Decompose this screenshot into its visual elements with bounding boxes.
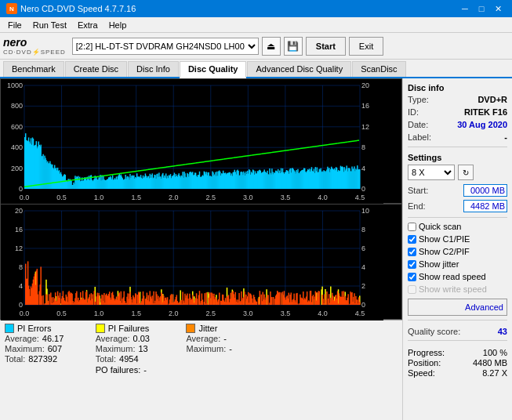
disc-id-row: ID: RITEK F16 — [408, 107, 507, 117]
legend-pi-errors: PI Errors Average: 46.17 Maximum: 607 To… — [5, 324, 91, 364]
jitter-max-value: - — [229, 344, 272, 353]
menu-bar: File Run Test Extra Help — [0, 17, 512, 33]
divider-1 — [408, 147, 507, 147]
jitter-color — [186, 324, 195, 333]
end-mb-label: End: — [408, 201, 426, 211]
nero-logo-sub: CD·DVD⚡SPEED — [3, 49, 66, 56]
exit-button[interactable]: Exit — [349, 37, 383, 56]
quick-scan-row: Quick scan — [408, 222, 507, 231]
position-label: Position: — [408, 358, 441, 368]
disc-type-row: Type: DVD+R — [408, 95, 507, 104]
tab-benchmark[interactable]: Benchmark — [3, 61, 64, 77]
main-content: PI Errors Average: 46.17 Maximum: 607 To… — [0, 78, 512, 420]
show-jitter-checkbox[interactable] — [408, 260, 416, 269]
show-read-speed-row: Show read speed — [408, 272, 507, 281]
pi-failures-total-label: Total: — [96, 354, 116, 364]
tab-advanced-disc-quality[interactable]: Advanced Disc Quality — [247, 61, 351, 77]
pi-errors-avg-label: Average: — [5, 334, 39, 343]
pi-failures-total-value: 4954 — [119, 354, 162, 364]
quality-score-label: Quality score: — [408, 327, 460, 336]
pi-errors-color — [5, 324, 14, 333]
title-bar-text: Nero CD-DVD Speed 4.7.7.16 — [20, 4, 136, 13]
pi-errors-avg-value: 46.17 — [42, 334, 85, 343]
nero-logo: nero CD·DVD⚡SPEED — [3, 36, 66, 56]
save-button[interactable]: 💾 — [284, 37, 303, 56]
minimize-button[interactable]: ─ — [457, 2, 473, 15]
speed-label: Speed: — [408, 368, 435, 378]
pi-errors-total-label: Total: — [5, 354, 25, 364]
maximize-button[interactable]: □ — [474, 2, 489, 15]
end-mb-input[interactable] — [463, 200, 507, 212]
quick-scan-checkbox[interactable] — [408, 223, 416, 231]
show-c2pif-label: Show C2/PIF — [419, 247, 470, 256]
disc-id-value: RITEK F16 — [464, 107, 507, 117]
po-failures-label: PO failures: — [96, 365, 140, 375]
show-write-speed-label: Show write speed — [419, 284, 487, 294]
pi-errors-max-value: 607 — [48, 344, 91, 353]
advanced-button[interactable]: Advanced — [408, 299, 507, 316]
show-write-speed-checkbox — [408, 285, 416, 294]
show-jitter-label: Show jitter — [419, 259, 459, 269]
pi-failures-chart — [0, 204, 402, 320]
start-mb-label: Start: — [408, 186, 428, 195]
show-c1pie-label: Show C1/PIE — [419, 234, 470, 244]
tab-scandisc[interactable]: ScanDisc — [352, 61, 405, 77]
end-mb-row: End: — [408, 200, 507, 212]
disc-info-title: Disc info — [408, 83, 507, 92]
drive-selector[interactable]: [2:2] HL-DT-ST DVDRAM GH24NSD0 LH00 — [72, 38, 259, 55]
show-c1pie-row: Show C1/PIE — [408, 234, 507, 244]
disc-type-label: Type: — [408, 95, 429, 104]
start-mb-row: Start: — [408, 184, 507, 197]
charts-section: PI Errors Average: 46.17 Maximum: 607 To… — [0, 78, 402, 420]
show-c2pif-row: Show C2/PIF — [408, 247, 507, 256]
eject-button[interactable]: ⏏ — [262, 37, 281, 56]
pi-failures-color — [96, 324, 105, 333]
speed-value: 8.27 X — [482, 368, 507, 378]
disc-date-label: Date: — [408, 120, 428, 129]
show-c2pif-checkbox[interactable] — [408, 248, 416, 256]
tab-create-disc[interactable]: Create Disc — [65, 61, 127, 77]
quality-score-value: 43 — [498, 327, 507, 336]
jitter-label: Jitter — [198, 324, 217, 333]
start-button[interactable]: Start — [306, 37, 346, 56]
pi-errors-total-value: 827392 — [28, 354, 71, 364]
refresh-button[interactable]: ↻ — [458, 165, 474, 180]
divider-4 — [408, 340, 507, 341]
divider-3 — [408, 320, 507, 320]
disc-type-value: DVD+R — [478, 95, 507, 104]
quality-score-row: Quality score: 43 — [408, 327, 507, 336]
tab-bar: Benchmark Create Disc Disc Info Disc Qua… — [0, 60, 512, 78]
pi-failures-max-label: Maximum: — [96, 344, 136, 353]
app-icon: N — [6, 3, 17, 14]
settings-title: Settings — [408, 153, 507, 162]
speed-row: Speed: 8.27 X — [408, 368, 507, 378]
jitter-avg-label: Average: — [186, 334, 220, 343]
disc-date-value: 30 Aug 2020 — [457, 120, 507, 129]
progress-label: Progress: — [408, 348, 445, 357]
show-c1pie-checkbox[interactable] — [408, 235, 416, 244]
pi-errors-label: PI Errors — [17, 324, 51, 333]
pi-errors-max-label: Maximum: — [5, 344, 45, 353]
menu-run-test[interactable]: Run Test — [28, 19, 71, 31]
menu-help[interactable]: Help — [104, 19, 132, 31]
menu-file[interactable]: File — [3, 19, 27, 31]
show-jitter-row: Show jitter — [408, 259, 507, 269]
tab-disc-info[interactable]: Disc Info — [128, 61, 179, 77]
disc-label-row: Label: - — [408, 132, 507, 142]
position-row: Position: 4480 MB — [408, 358, 507, 368]
menu-extra[interactable]: Extra — [73, 19, 103, 31]
show-write-speed-row: Show write speed — [408, 284, 507, 294]
start-mb-input[interactable] — [463, 184, 507, 197]
quick-scan-label: Quick scan — [419, 222, 461, 231]
disc-id-label: ID: — [408, 107, 419, 117]
divider-2 — [408, 217, 507, 218]
disc-label-label: Label: — [408, 132, 431, 142]
pi-errors-chart — [0, 78, 402, 204]
close-button[interactable]: ✕ — [490, 2, 506, 15]
tab-disc-quality[interactable]: Disc Quality — [180, 61, 247, 78]
jitter-max-label: Maximum: — [186, 344, 226, 353]
speed-selector[interactable]: 8 X — [408, 165, 455, 180]
show-read-speed-checkbox[interactable] — [408, 273, 416, 281]
legend-pi-failures: PI Failures Average: 0.03 Maximum: 13 To… — [96, 324, 182, 375]
title-bar: N Nero CD-DVD Speed 4.7.7.16 ─ □ ✕ — [0, 0, 512, 17]
